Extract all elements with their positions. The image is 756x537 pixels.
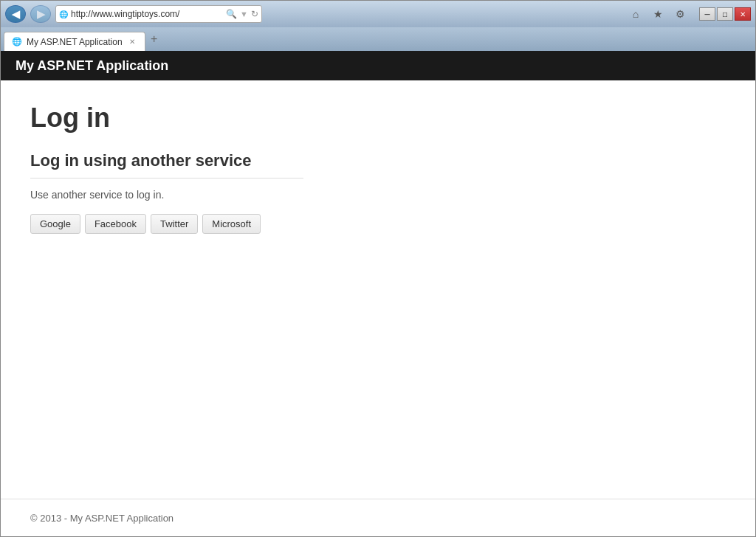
address-bar[interactable]: 🌐 http://www.wingtiptoys.com/ 🔍 ▼ ↻ [55,5,262,23]
tab-close-button[interactable]: ✕ [127,37,137,47]
browser-window: ◀ ▶ 🌐 http://www.wingtiptoys.com/ 🔍 ▼ ↻ … [0,0,756,537]
browser-chrome: ◀ ▶ 🌐 http://www.wingtiptoys.com/ 🔍 ▼ ↻ … [1,1,755,51]
section-title: Log in using another service [30,151,726,170]
app-title: My ASP.NET Application [16,58,168,74]
nav-row: ◀ ▶ 🌐 http://www.wingtiptoys.com/ 🔍 ▼ ↻ … [1,1,755,27]
app-navbar: My ASP.NET Application [1,51,755,80]
service-buttons-container: Google Facebook Twitter Microsoft [30,214,726,234]
page-icon: 🌐 [59,10,68,18]
page-content: Log in Log in using another service Use … [1,80,755,499]
google-login-button[interactable]: Google [30,214,80,234]
service-description: Use another service to log in. [30,189,726,201]
home-button[interactable]: ⌂ [627,5,645,23]
url-text: http://www.wingtiptoys.com/ [71,9,223,19]
close-button[interactable]: ✕ [735,7,751,21]
microsoft-login-button[interactable]: Microsoft [202,214,261,234]
refresh-icon[interactable]: ↻ [251,9,258,19]
forward-icon: ▶ [37,8,45,20]
search-icon[interactable]: 🔍 [226,9,237,19]
back-button[interactable]: ◀ [5,5,26,23]
footer-text: © 2013 - My ASP.NET Application [30,513,173,524]
toolbar-right: ⌂ ★ ⚙ ─ □ ✕ [627,5,751,23]
twitter-login-button[interactable]: Twitter [151,214,198,234]
maximize-button[interactable]: □ [717,7,733,21]
tab-bar: 🌐 My ASP.NET Application ✕ + [1,27,755,51]
new-tab-button[interactable]: + [145,30,163,48]
page-footer: © 2013 - My ASP.NET Application [1,499,755,536]
forward-button[interactable]: ▶ [30,5,51,23]
tab-label: My ASP.NET Application [27,37,123,47]
window-controls: ─ □ ✕ [699,7,751,21]
page-title: Log in [30,103,726,134]
active-tab[interactable]: 🌐 My ASP.NET Application ✕ [4,32,145,51]
separator: ▼ [240,10,248,18]
minimize-button[interactable]: ─ [699,7,715,21]
section-divider [30,178,303,179]
tab-icon: 🌐 [12,37,22,46]
favorites-button[interactable]: ★ [649,5,667,23]
back-icon: ◀ [12,8,20,20]
settings-button[interactable]: ⚙ [671,5,689,23]
facebook-login-button[interactable]: Facebook [85,214,146,234]
